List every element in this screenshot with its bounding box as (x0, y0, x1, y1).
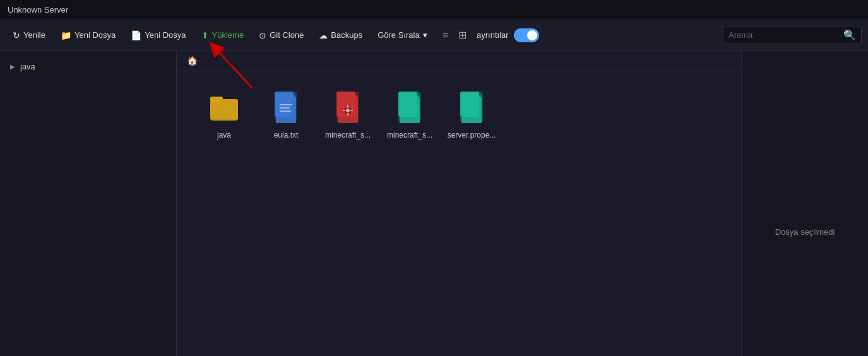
expand-arrow-icon: ▶ (10, 63, 15, 70)
home-icon[interactable]: 🏠 (187, 56, 198, 66)
file-icon (208, 89, 241, 127)
svg-rect-18 (347, 105, 348, 108)
files-grid: java eula.txt minecraft_s... (177, 71, 741, 157)
refresh-icon: ↻ (13, 30, 20, 40)
no-file-selected-text: Dosya seçilmedi (775, 227, 835, 237)
list-item[interactable]: minecraft_s... (319, 84, 376, 145)
cloud-icon: ☁ (319, 30, 328, 40)
upload-button[interactable]: ⬆ Yükleme (195, 27, 251, 44)
view-toggle-group: ≡ ⊞ (439, 27, 470, 44)
breadcrumb-bar: 🏠 (177, 50, 741, 71)
svg-rect-2 (210, 99, 238, 119)
file-plus-icon: 📄 (131, 30, 141, 40)
refresh-label: Yenile (23, 30, 45, 40)
sort-label: Göre Sırala (378, 30, 419, 40)
svg-rect-10 (280, 110, 291, 112)
git-icon: ⊙ (259, 30, 266, 40)
list-item[interactable]: minecraft_s... (381, 84, 438, 145)
chevron-down-icon: ▾ (423, 30, 427, 40)
svg-rect-9 (280, 107, 290, 109)
list-view-button[interactable]: ≡ (439, 27, 452, 44)
folder-plus-icon: 📁 (61, 30, 71, 40)
sort-button[interactable]: Göre Sırala ▾ (371, 27, 433, 43)
main-layout: ▶ java 🏠 java eula.txt (0, 50, 868, 356)
git-clone-label: Git Clone (270, 30, 304, 40)
list-item[interactable]: eula.txt (258, 84, 314, 145)
file-area: 🏠 java eula.txt (177, 50, 742, 356)
refresh-button[interactable]: ↻ Yenile (6, 27, 52, 44)
grid-view-button[interactable]: ⊞ (455, 27, 470, 44)
new-file-button[interactable]: 📄 Yeni Dosya (124, 27, 192, 44)
backups-button[interactable]: ☁ Backups (312, 27, 369, 44)
new-folder-label: Yeni Dosya (74, 30, 116, 40)
git-clone-button[interactable]: ⊙ Git Clone (253, 27, 310, 44)
svg-rect-19 (347, 113, 348, 116)
file-name: server.prope... (448, 131, 496, 139)
new-folder-button[interactable]: 📁 Yeni Dosya (54, 27, 122, 44)
file-icon (455, 89, 488, 127)
svg-rect-8 (280, 104, 292, 105)
right-panel: Dosya seçilmedi (742, 50, 868, 356)
list-item[interactable]: server.prope... (443, 84, 500, 145)
file-name: minecraft_s... (325, 131, 371, 139)
toolbar: ↻ Yenile 📁 Yeni Dosya 📄 Yeni Dosya ⬆ Yük… (0, 20, 868, 50)
file-name: java (217, 131, 231, 139)
new-file-label: Yeni Dosya (145, 30, 186, 40)
upload-icon: ⬆ (201, 30, 209, 40)
backups-label: Backups (331, 30, 362, 40)
sidebar-item-label: java (20, 62, 35, 71)
file-icon (393, 89, 426, 127)
window-title: Unknown Server (8, 5, 68, 15)
file-name: eula.txt (274, 131, 299, 139)
svg-rect-21 (343, 110, 345, 111)
svg-point-17 (346, 109, 350, 112)
sidebar-item-java[interactable]: ▶ java (0, 57, 176, 76)
file-name: minecraft_s... (387, 131, 432, 139)
search-input[interactable] (728, 30, 840, 40)
upload-label: Yükleme (212, 30, 244, 40)
title-bar: Unknown Server (0, 0, 868, 20)
details-label: ayrıntılar (477, 30, 509, 40)
file-icon (270, 89, 302, 127)
svg-rect-20 (350, 110, 353, 111)
search-wrapper: 🔍 (723, 26, 862, 44)
sidebar: ▶ java (0, 50, 177, 356)
search-icon[interactable]: 🔍 (843, 29, 856, 41)
list-item[interactable]: java (196, 84, 253, 145)
details-toggle[interactable] (514, 28, 539, 42)
file-icon (331, 89, 364, 127)
